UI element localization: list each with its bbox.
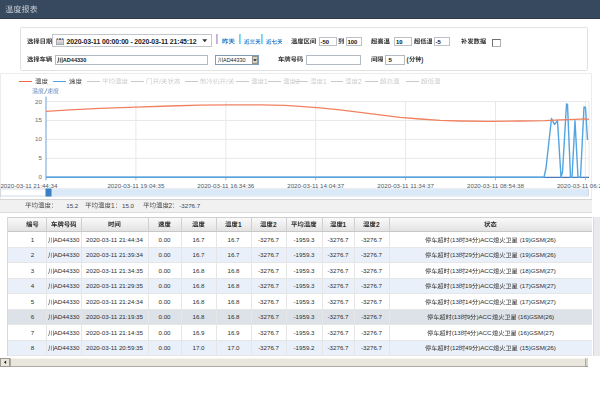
svg-text:0: 0: [39, 173, 43, 180]
svg-text:2020-03-11 14:04:37: 2020-03-11 14:04:37: [287, 182, 345, 189]
svg-text:10: 10: [35, 135, 42, 142]
svg-text:5: 5: [39, 154, 43, 161]
svg-text:2020-03-11 16:34:36: 2020-03-11 16:34:36: [197, 182, 255, 189]
svg-text:2020-03-11 08:54:38: 2020-03-11 08:54:38: [467, 182, 525, 189]
svg-text:2020-03-11 21:44:34: 2020-03-11 21:44:34: [0, 182, 58, 189]
svg-text:20: 20: [35, 98, 42, 105]
svg-text:2020-03-11 06:24:39: 2020-03-11 06:24:39: [557, 182, 600, 189]
svg-text:15: 15: [35, 116, 42, 123]
svg-text:2020-03-11 19:04:35: 2020-03-11 19:04:35: [107, 182, 165, 189]
svg-text:2020-03-11 11:34:37: 2020-03-11 11:34:37: [377, 182, 434, 189]
